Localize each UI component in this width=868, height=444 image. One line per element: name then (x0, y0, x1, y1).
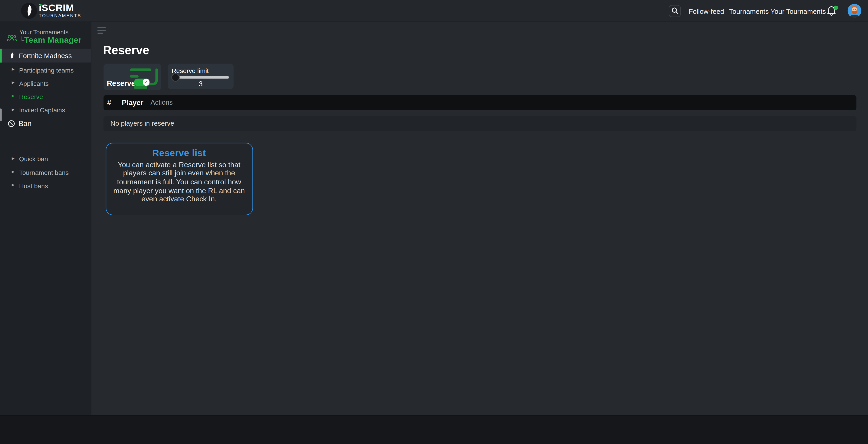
sidebar-section-label: Your Tournaments (20, 29, 68, 35)
check-icon (143, 78, 150, 86)
arrow-right-icon: ► (11, 155, 16, 161)
page-title: Reserve (103, 43, 149, 57)
reserve-table-header: # Player Actions (103, 95, 857, 110)
active-indicator-bar (0, 49, 2, 63)
arrow-right-icon: ► (11, 169, 16, 174)
sidebar-item-applicants[interactable]: ► Applicants (0, 80, 91, 88)
page-footer (0, 415, 868, 444)
reserve-toggle-label: Reserve (107, 79, 135, 87)
menu-toggle-icon[interactable] (97, 27, 105, 35)
sidebar-tournament-name: Fortnite Madness (19, 52, 72, 59)
top-bar: iSCRIM TOURNAMENTS Follow-feed Tournamen… (0, 0, 868, 22)
info-box-title: Reserve list (106, 148, 252, 159)
team-group-icon (6, 34, 17, 43)
sidebar-item-quick-ban[interactable]: ► Quick ban (0, 155, 91, 163)
sidebar-manager-title-row[interactable]: └Team Manager (20, 35, 82, 45)
arrow-right-icon: ► (11, 66, 16, 72)
sidebar-item-host-bans[interactable]: ► Host bans (0, 182, 91, 190)
ban-icon (7, 120, 15, 127)
sidebar-item-participating-teams[interactable]: ► Participating teams (0, 66, 91, 74)
brand-text: iSCRIM TOURNAMENTS (39, 3, 81, 19)
slider-thumb[interactable] (172, 74, 179, 81)
info-box-body: You can activate a Reserve list so that … (110, 160, 249, 203)
shard-logo-icon (25, 4, 33, 17)
column-actions: Actions (151, 95, 173, 110)
empty-message: No players in reserve (111, 116, 174, 131)
user-avatar[interactable] (847, 4, 861, 18)
sidebar-item-invited-captains[interactable]: ► Invited Captains (0, 106, 91, 115)
reserve-limit-slider[interactable] (172, 76, 229, 78)
tree-connector: └ (20, 37, 24, 44)
sidebar-item-tournament[interactable]: Fortnite Madness (0, 49, 91, 63)
nav-follow-feed[interactable]: Follow-feed (689, 7, 724, 15)
reserve-toggle-switch[interactable] (134, 78, 150, 86)
reserve-limit-label: Reserve limit (172, 67, 209, 74)
sidebar-manager-title: Team Manager (24, 35, 82, 44)
brand-tagline: TOURNAMENTS (39, 14, 81, 18)
arrow-right-icon: ► (11, 182, 16, 188)
nav-tournaments[interactable]: Tournaments (729, 7, 769, 15)
reserve-limit-card: Reserve limit 3 (168, 64, 234, 89)
reserve-info-box: Reserve list You can activate a Reserve … (105, 143, 253, 215)
arrow-right-icon: ► (11, 93, 16, 98)
column-rank: # (107, 95, 111, 110)
sidebar-item-ban[interactable]: Ban (0, 119, 91, 129)
arrow-right-icon: ► (11, 80, 16, 85)
reserve-table-empty-row: No players in reserve (103, 116, 857, 131)
reserve-limit-value: 3 (168, 80, 234, 88)
sidebar-item-reserve[interactable]: ► Reserve (0, 93, 91, 101)
sidebar-scrollbar-thumb[interactable] (0, 108, 2, 121)
sidebar-item-tournament-bans[interactable]: ► Tournament bans (0, 168, 91, 177)
arrow-right-icon: ► (11, 107, 16, 112)
app-screen: iSCRIM TOURNAMENTS Follow-feed Tournamen… (0, 0, 868, 444)
sidebar: Your Tournaments └Team Manager Fortnite … (0, 22, 91, 415)
brand-name: iSCRIM (39, 3, 74, 13)
search-icon (671, 7, 678, 14)
notifications-button[interactable] (827, 5, 837, 17)
brand-logo[interactable] (21, 3, 37, 19)
nav-your-tournaments[interactable]: Your Tournaments (771, 7, 826, 15)
main-content: Reserve Reserve Reserve limit (91, 22, 868, 415)
shard-tournament-icon (9, 52, 14, 59)
column-player: Player (122, 95, 144, 110)
reserve-toggle-card: Reserve (103, 63, 161, 90)
search-button[interactable] (669, 5, 681, 17)
